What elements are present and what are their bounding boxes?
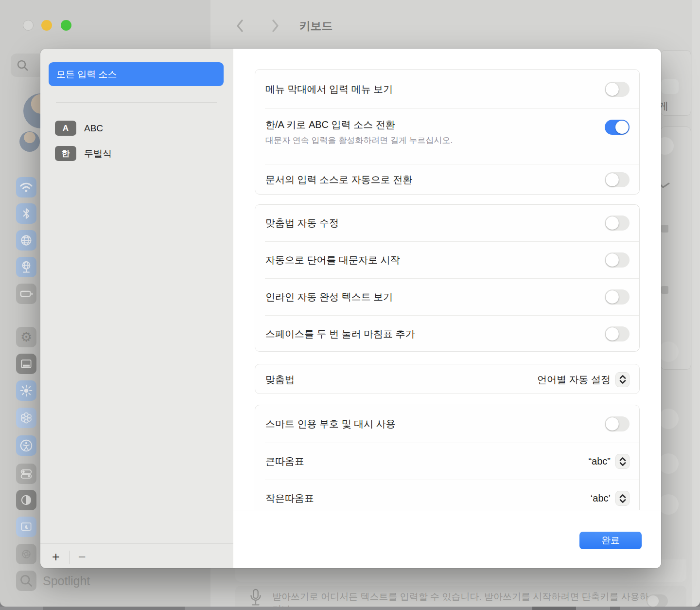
input-sources-sheet: 모든 입력 소스 A ABC 한 두벌식 + − 메뉴 막대에서 입력 메뉴 보… <box>40 49 661 568</box>
stepper-icon[interactable] <box>615 372 630 387</box>
input-source-item-hangul[interactable]: 한 두벌식 <box>55 146 112 161</box>
sidebar-item-touch-id[interactable] <box>16 544 36 564</box>
setting-label: 한/A 키로 ABC 입력 소스 전환 <box>265 118 605 131</box>
settings-group-quotes: 스마트 인용 부호 및 대시 사용 큰따옴표 “abc” <box>255 405 640 518</box>
globe-stand-icon <box>19 260 33 274</box>
double-space-period-toggle[interactable] <box>605 326 630 341</box>
double-quote-select[interactable]: “abc” <box>588 454 630 469</box>
sidebar-item-general[interactable]: ⚙ <box>16 327 36 347</box>
family-avatar[interactable] <box>19 131 40 152</box>
flower-icon <box>19 411 33 425</box>
gear-icon: ⚙ <box>20 331 32 344</box>
setting-row: 큰따옴표 “abc” <box>255 443 639 480</box>
setting-label: 자동으로 단어를 대문자로 시작 <box>265 253 605 267</box>
setting-label: 스마트 인용 부호 및 대시 사용 <box>265 417 605 431</box>
sidebar-item-dark-mode[interactable] <box>16 490 36 510</box>
sidebar-item-bluetooth[interactable] <box>16 203 36 224</box>
menu-bar-icon <box>19 357 33 371</box>
screen: ⚙ <box>0 0 700 610</box>
caps-switch-toggle[interactable] <box>605 120 630 135</box>
setting-sublabel: 대문자 연속 입력을 활성화하려면 길게 누르십시오. <box>265 135 605 146</box>
sidebar-item-vpn[interactable] <box>16 257 36 277</box>
desktop-edge <box>610 607 620 610</box>
all-input-sources-label: 모든 입력 소스 <box>56 69 117 79</box>
bg-control-partial <box>661 79 679 94</box>
spelling-select[interactable]: 언어별 자동 설정 <box>537 372 630 387</box>
show-input-menu-toggle[interactable] <box>605 82 630 97</box>
single-quote-value: ‘abc’ <box>591 493 611 504</box>
page-title: 키보드 <box>267 18 365 34</box>
sidebar-item-lock-screen[interactable] <box>16 517 36 537</box>
sidebar-item-siri[interactable] <box>16 408 36 428</box>
setting-row: 메뉴 막대에서 입력 메뉴 보기 <box>255 70 639 108</box>
dictation-toggle[interactable] <box>647 594 668 607</box>
sheet-content: 메뉴 막대에서 입력 메뉴 보기 한/A 키로 ABC 입력 소스 전환 대문자… <box>233 49 661 568</box>
accessibility-icon <box>19 438 34 453</box>
sidebar-item-control-center[interactable] <box>16 464 36 484</box>
sidebar-item-network[interactable] <box>16 230 36 251</box>
spotlight-search-icon <box>19 574 33 588</box>
setting-row: 스페이스를 두 번 눌러 마침표 추가 <box>255 316 639 352</box>
bg-mark <box>661 286 668 294</box>
smart-quotes-toggle[interactable] <box>605 416 630 431</box>
auto-capitalize-toggle[interactable] <box>605 252 630 268</box>
setting-row: 스마트 인용 부호 및 대시 사용 <box>255 405 639 443</box>
setting-label: 작은따옴표 <box>265 492 591 505</box>
setting-label: 맞춤법 <box>265 373 537 386</box>
bluetooth-icon <box>19 207 33 220</box>
window-zoom-button[interactable] <box>61 20 71 31</box>
window-minimize-button[interactable] <box>41 20 52 31</box>
stepper-icon[interactable] <box>615 454 630 469</box>
setting-row: 한/A 키로 ABC 입력 소스 전환 대문자 연속 입력을 활성화하려면 길게… <box>255 109 639 164</box>
setting-label: 인라인 자동 완성 텍스트 보기 <box>265 290 605 304</box>
inline-prediction-toggle[interactable] <box>605 289 630 305</box>
globe-icon <box>19 233 33 247</box>
setting-label: 문서의 입력 소스로 자동으로 전환 <box>265 173 605 186</box>
pinwheel-icon <box>19 547 33 561</box>
divider <box>69 551 70 564</box>
sheet-footer: 완료 <box>233 510 661 568</box>
autocorrect-toggle[interactable] <box>605 215 630 231</box>
auto-switch-toggle[interactable] <box>605 172 630 187</box>
sidebar-item-wifi[interactable] <box>16 177 36 197</box>
desktop-edge <box>43 607 185 610</box>
bg-mark <box>661 225 668 233</box>
remove-input-source-button[interactable]: − <box>74 549 90 565</box>
sidebar-item-accessibility[interactable] <box>16 435 36 456</box>
content-right-strip <box>692 0 700 607</box>
done-button[interactable]: 완료 <box>579 532 642 549</box>
setting-label: 큰따옴표 <box>265 455 588 468</box>
spotlight-label: Spotlight <box>43 574 90 588</box>
sidebar-item-appearance[interactable] <box>16 380 36 401</box>
back-icon[interactable] <box>234 18 246 33</box>
sidebar-item-battery[interactable] <box>16 284 36 304</box>
window-close-button[interactable] <box>23 20 34 31</box>
sidebar-item-all-input-sources[interactable]: 모든 입력 소스 <box>49 62 224 86</box>
sidebar-item-spotlight[interactable] <box>16 571 36 591</box>
setting-row: 자동으로 단어를 대문자로 시작 <box>255 242 639 278</box>
desktop-edge <box>532 607 576 610</box>
input-source-item-abc[interactable]: A ABC <box>55 121 103 136</box>
abc-badge-icon: A <box>55 121 76 136</box>
bg-toggle-partial <box>658 341 679 362</box>
sidebar-item-menu-bar[interactable] <box>16 354 36 374</box>
double-quote-value: “abc” <box>588 456 611 467</box>
setting-label: 맞춤법 자동 수정 <box>265 216 605 230</box>
spelling-select-value: 언어별 자동 설정 <box>537 373 611 386</box>
screen-moon-icon <box>19 520 33 534</box>
dictation-description: 받아쓰기로 어디서든 텍스트를 입력할 수 있습니다. 받아쓰기를 시작하려면 … <box>272 591 656 607</box>
toggles-icon <box>19 466 34 481</box>
add-input-source-button[interactable]: + <box>48 549 64 565</box>
single-quote-select[interactable]: ‘abc’ <box>591 491 630 506</box>
setting-label: 메뉴 막대에서 입력 메뉴 보기 <box>265 83 605 96</box>
bg-toggle-partial <box>658 453 679 474</box>
stepper-icon[interactable] <box>615 491 630 506</box>
setting-label: 스페이스를 두 번 눌러 마침표 추가 <box>265 327 605 341</box>
settings-group-input-menu: 메뉴 막대에서 입력 메뉴 보기 한/A 키로 ABC 입력 소스 전환 대문자… <box>255 69 640 195</box>
setting-row: 맞춤법 자동 수정 <box>255 205 639 241</box>
settings-group-spelling: 맞춤법 언어별 자동 설정 <box>255 364 640 394</box>
divider <box>40 543 233 544</box>
microphone-icon <box>249 589 262 607</box>
settings-group-typing: 맞춤법 자동 수정 자동으로 단어를 대문자로 시작 인라인 자동 완성 텍스트… <box>255 204 640 352</box>
divider <box>56 102 217 103</box>
